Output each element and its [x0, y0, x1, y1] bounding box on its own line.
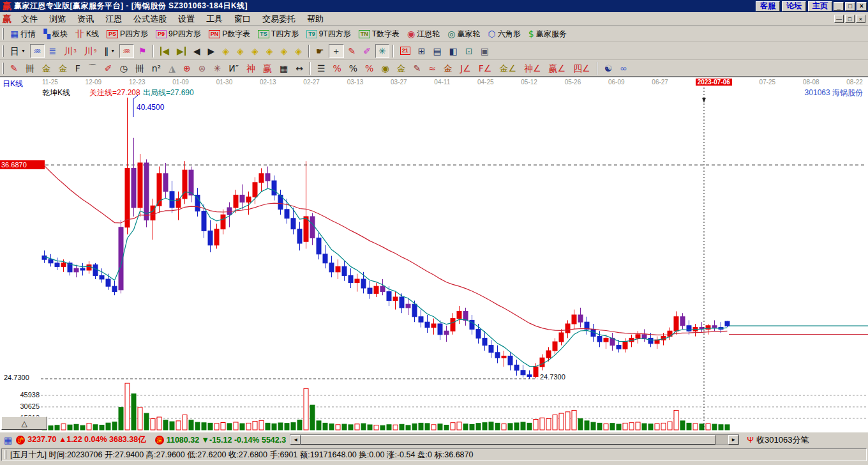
ying-angle-icon[interactable]: 赢∠	[546, 61, 569, 75]
menu-item-4[interactable]: 公式选股	[128, 13, 172, 25]
scroll-left-button[interactable]: ◄	[290, 435, 301, 445]
shift-left-diamond-icon[interactable]: ◈	[219, 44, 232, 58]
p-number-table-button[interactable]: PNP数字表	[206, 27, 254, 41]
horizontal-scrollbar[interactable]: ◄ ►	[290, 434, 739, 445]
snapshot-icon[interactable]: ⊡	[462, 44, 476, 58]
menu-item-3[interactable]: 江恩	[100, 13, 128, 25]
golden-lines-icon[interactable]: 金	[394, 61, 409, 75]
fibonacci-icon[interactable]: F	[72, 61, 84, 75]
scroll-right-button[interactable]: ►	[728, 435, 738, 445]
three-day-icon[interactable]: 川3	[61, 44, 79, 58]
circle-cross-icon[interactable]: ⊕	[180, 61, 194, 75]
t-number-table-button[interactable]: TNT数字表	[355, 27, 403, 41]
qiankun-kline-icon[interactable]: ♒	[119, 44, 134, 58]
ink-pencil-icon[interactable]: ✎	[410, 61, 424, 75]
quote-grid-icon[interactable]: ▦	[4, 435, 12, 445]
next-icon[interactable]: ▶	[205, 44, 218, 58]
calculator-icon[interactable]: ⊞	[415, 44, 429, 58]
mdi-minimize-button[interactable]: —	[834, 15, 844, 23]
width-arrows-icon[interactable]: ↔	[292, 61, 306, 75]
shenzhen-index-quote[interactable]: 11080.32 ▼-15.12 -0.14% 5542.3	[167, 436, 287, 445]
save-icon[interactable]: ◧	[446, 44, 461, 58]
candlestick-chart[interactable]	[0, 77, 868, 432]
price-scale-icon[interactable]: ☰	[314, 61, 329, 75]
support-button[interactable]: 客服	[756, 1, 780, 11]
minimize-button[interactable]: _	[834, 2, 844, 11]
gann-wheel-button[interactable]: ◉江恩轮	[404, 27, 443, 41]
f-angle-icon[interactable]: F∠	[475, 61, 495, 75]
tick-ruler-icon[interactable]: 卌	[132, 61, 147, 75]
menu-item-6[interactable]: 工具	[200, 13, 228, 25]
cycle-clock-icon[interactable]: ◷	[117, 61, 131, 75]
percent-small-icon[interactable]: %	[362, 61, 377, 75]
menu-item-8[interactable]: 交易委托	[257, 13, 301, 25]
scrollbar-thumb[interactable]	[301, 435, 715, 445]
golden-circle-icon[interactable]: ◉	[378, 61, 392, 75]
grid-box-icon[interactable]: ▦	[276, 61, 291, 75]
wave-mark-icon[interactable]: И″	[225, 61, 242, 75]
first-page-icon[interactable]: ◀	[157, 44, 172, 58]
expand-diamond-icon[interactable]: ◈	[292, 44, 305, 58]
hexagon-button[interactable]: ⬡六角形	[484, 27, 523, 41]
mdi-close-button[interactable]: ×	[856, 15, 865, 23]
shanghai-index-quote[interactable]: 3237.70 ▲1.22 0.04% 3683.38亿	[27, 434, 146, 445]
forum-button[interactable]: 论坛	[782, 1, 806, 11]
golden-section-icon[interactable]: 金	[56, 61, 71, 75]
golden-ruler-icon[interactable]: 金	[39, 61, 54, 75]
n-square-icon[interactable]: n²	[149, 61, 165, 75]
period-select[interactable]: 日▼	[7, 44, 29, 58]
time-ruler-icon[interactable]: 卌	[22, 61, 38, 75]
golden-angle-icon[interactable]: 金	[440, 61, 456, 75]
taiji-icon[interactable]: ☯	[601, 61, 616, 75]
infinity-icon[interactable]: ∞	[617, 61, 631, 75]
remote-service-icon[interactable]: ▣	[477, 44, 492, 58]
shenzhen-index-icon[interactable]: 深	[155, 436, 164, 445]
shanghai-index-icon[interactable]: 沪	[16, 436, 25, 445]
menu-item-0[interactable]: 文件	[15, 13, 43, 25]
shen-tool-icon[interactable]: 神	[243, 61, 258, 75]
p-square-button[interactable]: PSP四方形	[103, 27, 151, 41]
arc-tool-icon[interactable]: ⌒	[85, 61, 100, 75]
angle-tool-icon[interactable]: ◮	[165, 61, 179, 75]
t9-square-button[interactable]: T99T四方形	[303, 27, 354, 41]
notes-icon[interactable]: ▤	[430, 44, 445, 58]
home-button[interactable]: 主页	[808, 1, 832, 11]
red-marker-icon[interactable]: ✐	[101, 61, 116, 75]
candle-style-icon[interactable]: ∥▼	[101, 44, 118, 58]
web-circle-icon[interactable]: ✳	[211, 61, 225, 75]
ying-tool-icon[interactable]: 赢	[260, 61, 275, 75]
nine-day-icon[interactable]: 川9	[81, 44, 100, 58]
close-button[interactable]: ×	[857, 2, 867, 11]
winner-wheel-button[interactable]: ◎赢家轮	[444, 27, 483, 41]
zen-chart-icon[interactable]: ♒	[30, 44, 45, 58]
crosshair-tool-icon[interactable]: ＋	[329, 44, 344, 58]
p9-square-button[interactable]: P99P四方形	[153, 27, 204, 41]
percent-plain-icon[interactable]: %	[346, 61, 361, 75]
volume-expand-button[interactable]: △	[1, 416, 47, 430]
gold-angle-icon[interactable]: 金∠	[496, 61, 520, 75]
sectors-button[interactable]: ▚板块	[40, 27, 71, 41]
zoom-out-diamond-icon[interactable]: ◈	[248, 44, 262, 58]
menu-item-2[interactable]: 资讯	[71, 13, 100, 25]
shen-angle-icon[interactable]: 神∠	[521, 61, 544, 75]
annotate-pencil-icon[interactable]: ✎	[345, 44, 359, 58]
info-panel-icon[interactable]: ≣	[46, 44, 60, 58]
si-angle-icon[interactable]: 四∠	[570, 61, 594, 75]
calendar-icon[interactable]: 21	[397, 44, 414, 58]
last-page-icon[interactable]: ▶	[174, 44, 189, 58]
percent-line-icon[interactable]: %	[329, 61, 344, 75]
kline-button[interactable]: 卝K线	[72, 27, 102, 41]
menu-item-7[interactable]: 窗口	[228, 13, 257, 25]
winner-service-button[interactable]: $赢家服务	[525, 27, 570, 41]
hand-tool-icon[interactable]: ☛	[313, 44, 327, 58]
menu-item-5[interactable]: 设置	[172, 13, 200, 25]
maximize-button[interactable]: □	[845, 2, 855, 11]
t-square-button[interactable]: TST四方形	[255, 27, 302, 41]
pattern-brain-icon[interactable]: ✳	[375, 44, 389, 58]
quotes-button[interactable]: ▦行情	[7, 27, 39, 41]
j-angle-icon[interactable]: J∠	[457, 61, 474, 75]
shift-right-diamond-icon[interactable]: ◈	[234, 44, 247, 58]
magenta-tool-icon[interactable]: ✐	[360, 44, 374, 58]
zoom-in-diamond-icon[interactable]: ◈	[263, 44, 276, 58]
menu-item-1[interactable]: 浏览	[43, 13, 71, 25]
